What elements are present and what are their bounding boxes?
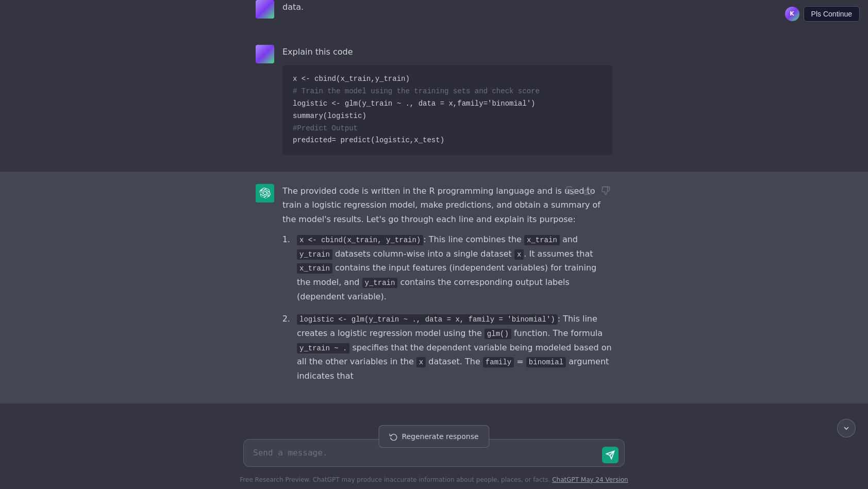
list-item-1: x <- cbind(x_train, y_train): This line … xyxy=(293,232,612,303)
svg-rect-0 xyxy=(570,190,575,195)
user-avatar-code xyxy=(256,45,274,63)
thumbs-down-button[interactable] xyxy=(599,184,612,197)
thumbs-up-icon xyxy=(583,186,593,195)
code-inline-x-train: x_train xyxy=(524,235,560,245)
regenerate-btn-label: Regenerate response xyxy=(402,431,478,442)
code-inline-y-train-2: y_train xyxy=(362,278,398,288)
assistant-intro: The provided code is written in the R pr… xyxy=(282,184,612,226)
explain-code-label: Explain this code xyxy=(282,45,612,59)
regenerate-icon xyxy=(389,432,397,441)
user-message-partial-content: data. xyxy=(282,0,612,20)
footer-version-link[interactable]: ChatGPT May 24 Version xyxy=(552,476,628,483)
scroll-down-button[interactable] xyxy=(837,419,856,437)
chat-container: data. Explain this code x <- cbind(x_tra… xyxy=(0,0,868,489)
code-inline-y-train: y_train xyxy=(297,249,332,260)
partial-text: data. xyxy=(282,0,612,14)
assistant-avatar xyxy=(256,184,274,203)
code-inline-family: family xyxy=(483,357,514,367)
message-user-code: Explain this code x <- cbind(x_train,y_t… xyxy=(0,32,868,172)
code-line-6: predicted= predict(logistic,x_test) xyxy=(293,134,602,147)
copy-button[interactable] xyxy=(564,184,577,197)
copy-icon xyxy=(566,186,575,195)
thumbs-up-button[interactable] xyxy=(581,184,595,197)
code-inline-logistic: logistic <- glm(y_train ~ ., data = x, f… xyxy=(297,314,558,325)
code-line-4: summary(logistic) xyxy=(293,110,602,123)
assistant-message-content: The provided code is written in the R pr… xyxy=(282,184,612,391)
code-line-5: #Predict Output xyxy=(293,123,602,135)
user-avatar-top: K xyxy=(785,7,799,21)
pls-continue-button[interactable]: Pls Continue xyxy=(804,6,860,22)
list-item-2: logistic <- glm(y_train ~ ., data = x, f… xyxy=(293,312,612,383)
code-line-2: # Train the model using the training set… xyxy=(293,86,602,98)
code-inline-binomial: binomial xyxy=(526,357,566,367)
contains-the-text: contains the xyxy=(335,263,386,273)
message-user-partial: data. xyxy=(0,0,868,32)
send-button[interactable] xyxy=(602,447,619,463)
code-line-1: x <- cbind(x_train,y_train) xyxy=(293,73,602,86)
send-icon xyxy=(606,450,615,460)
message-assistant: The provided code is written in the R pr… xyxy=(0,172,868,403)
code-inline-x-train-2: x_train xyxy=(297,263,332,274)
code-inline-x: x xyxy=(514,249,524,260)
regenerate-response-button[interactable]: Regenerate response xyxy=(378,425,489,448)
code-block-user: x <- cbind(x_train,y_train) # Train the … xyxy=(282,65,612,155)
footer-text: Free Research Preview. ChatGPT may produ… xyxy=(240,471,628,489)
code-line-3: logistic <- glm(y_train ~ ., data = x,fa… xyxy=(293,98,602,110)
top-bar: K Pls Continue xyxy=(777,0,868,28)
message-actions xyxy=(564,184,612,197)
code-inline-x-2: x xyxy=(416,357,426,367)
thumbs-down-icon xyxy=(601,186,610,195)
chatgpt-logo-icon xyxy=(259,188,271,199)
chevron-down-icon xyxy=(842,424,850,432)
footer-main-text: Free Research Preview. ChatGPT may produ… xyxy=(240,476,550,483)
code-inline-1: x <- cbind(x_train, y_train) xyxy=(297,235,423,245)
code-inline-glm: glm() xyxy=(485,329,511,339)
user-avatar-partial xyxy=(256,0,274,19)
explanation-list: x <- cbind(x_train, y_train): This line … xyxy=(282,232,612,383)
code-inline-formula: y_train ~ . xyxy=(297,343,349,353)
user-message-code-content: Explain this code x <- cbind(x_train,y_t… xyxy=(282,45,612,159)
